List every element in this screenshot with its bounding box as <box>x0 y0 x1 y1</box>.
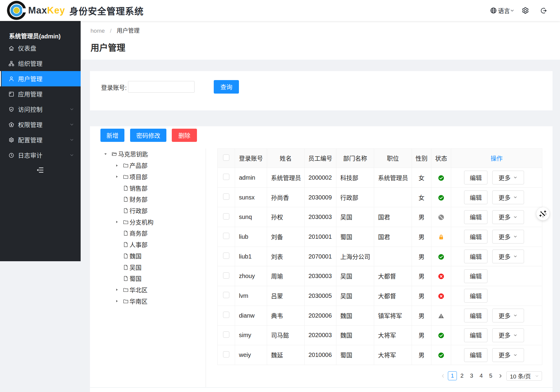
table-row: liub1 刘表 2070001 上海分公司 男 编辑 更多 <box>218 247 542 266</box>
table-row: simy 司马懿 2020003 魏国 大将军 男 编辑 更多 <box>218 325 542 345</box>
tree-caret-icon[interactable] <box>115 254 119 258</box>
row-checkbox[interactable] <box>223 312 229 318</box>
tree-node-label: 华北区 <box>130 286 147 294</box>
tree-caret-icon[interactable] <box>115 186 119 190</box>
tree-caret-icon[interactable] <box>115 277 119 281</box>
row-checkbox[interactable] <box>223 292 229 298</box>
pagination-page[interactable]: 2 <box>457 371 466 380</box>
edit-button[interactable]: 编辑 <box>464 190 487 204</box>
tree-node[interactable]: 产品部 <box>90 160 206 171</box>
status-icon <box>438 273 444 280</box>
pagination-page[interactable]: 5 <box>486 371 495 380</box>
sidebar-item[interactable]: 应用管理 <box>0 86 81 102</box>
tree-node[interactable]: 蜀国 <box>90 273 206 284</box>
language-menu[interactable] <box>490 0 497 21</box>
row-checkbox[interactable] <box>223 331 229 338</box>
page-size-select[interactable]: 10 条/页 <box>506 371 542 381</box>
more-button[interactable]: 更多 <box>492 328 524 342</box>
cell-employee-no: 2000002 <box>305 168 336 188</box>
tree-node-label: 产品部 <box>130 161 147 170</box>
sidebar-item[interactable]: 用户管理 <box>0 71 81 86</box>
edit-button[interactable]: 编辑 <box>464 289 487 303</box>
pagination-page[interactable]: 1 <box>448 371 457 380</box>
sidebar-item-icon <box>8 106 14 112</box>
edit-button[interactable]: 编辑 <box>464 210 487 224</box>
tree-caret-icon[interactable] <box>104 152 107 156</box>
tree-node[interactable]: 马克思钥匙 <box>90 148 206 160</box>
tree-caret-icon[interactable] <box>115 265 119 269</box>
select-all-checkbox[interactable] <box>223 154 229 161</box>
more-button[interactable]: 更多 <box>492 309 524 322</box>
edit-button[interactable]: 编辑 <box>464 250 487 263</box>
search-button[interactable]: 查询 <box>214 80 239 94</box>
edit-button[interactable]: 编辑 <box>464 309 487 322</box>
tree-node[interactable]: 行政部 <box>90 205 206 217</box>
tree-caret-icon[interactable] <box>115 243 119 247</box>
tree-caret-icon[interactable] <box>115 288 119 292</box>
edit-button[interactable]: 编辑 <box>464 348 487 362</box>
edit-button[interactable]: 编辑 <box>464 269 487 283</box>
sidebar-item[interactable]: 组织管理 <box>0 56 81 71</box>
tree-caret-icon[interactable] <box>115 197 119 202</box>
row-checkbox[interactable] <box>223 351 229 358</box>
pagination-page[interactable]: 3 <box>467 371 476 380</box>
more-button[interactable]: 更多 <box>492 250 524 263</box>
select-chevron-down-icon <box>535 374 539 378</box>
row-checkbox[interactable] <box>223 213 229 220</box>
tree-node[interactable]: 华南区 <box>90 295 206 307</box>
table-row: admin 系统管理员 2000002 科技部 系统管理员 女 编辑 更多 <box>218 168 542 188</box>
tree-node[interactable]: 华北区 <box>90 284 206 296</box>
settings-button[interactable] <box>521 0 529 21</box>
tree-caret-icon[interactable] <box>115 299 119 303</box>
more-button[interactable]: 更多 <box>492 348 524 362</box>
tree-caret-icon[interactable] <box>115 208 119 213</box>
more-button[interactable]: 更多 <box>492 230 524 244</box>
breadcrumb-home[interactable]: home <box>91 28 105 34</box>
search-account-input[interactable] <box>128 81 195 93</box>
cell-status <box>431 266 451 286</box>
tree-node[interactable]: 魏国 <box>90 250 206 262</box>
row-checkbox[interactable] <box>223 193 229 200</box>
edit-button[interactable]: 编辑 <box>464 171 487 184</box>
cell-account: sunq <box>235 207 267 227</box>
tree-node[interactable]: 商务部 <box>90 228 206 239</box>
wand-tool-button[interactable] <box>536 207 550 220</box>
tree-node[interactable]: 销售部 <box>90 182 206 194</box>
language-label[interactable]: 语言 <box>498 0 510 21</box>
sidebar-item[interactable]: 仪表盘 <box>0 40 81 56</box>
cell-department: 吴国 <box>336 266 374 286</box>
delete-button[interactable]: 删除 <box>172 129 197 142</box>
pagination-page[interactable]: 4 <box>477 371 486 380</box>
more-button[interactable]: 更多 <box>492 210 524 224</box>
tree-caret-icon[interactable] <box>115 231 119 235</box>
row-checkbox[interactable] <box>223 233 229 239</box>
tree-node-icon <box>123 253 129 259</box>
change-password-button[interactable]: 密码修改 <box>130 129 166 142</box>
tree-caret-icon[interactable] <box>115 163 119 168</box>
row-checkbox[interactable] <box>223 253 229 259</box>
pagination-prev-button[interactable] <box>439 371 446 381</box>
edit-button[interactable]: 编辑 <box>464 328 487 342</box>
more-button[interactable]: 更多 <box>492 171 524 184</box>
tree-node[interactable]: 财务部 <box>90 194 206 205</box>
tree-node[interactable]: 吴国 <box>90 262 206 273</box>
tree-node[interactable]: 分支机构 <box>90 216 206 228</box>
pagination-next-button[interactable] <box>497 371 504 381</box>
menu-fold-button[interactable] <box>36 166 44 174</box>
row-checkbox[interactable] <box>223 174 229 180</box>
next-card-sliver <box>90 388 553 392</box>
sidebar-item[interactable]: 访问控制 <box>0 102 81 117</box>
tree-caret-icon[interactable] <box>115 175 119 179</box>
logout-button[interactable] <box>540 0 547 21</box>
tree-caret-icon[interactable] <box>115 220 119 224</box>
tree-node[interactable]: 人事部 <box>90 239 206 250</box>
more-button[interactable]: 更多 <box>492 190 524 204</box>
sidebar-item[interactable]: 权限管理 <box>0 117 81 132</box>
add-button[interactable]: 新增 <box>100 129 124 142</box>
row-checkbox[interactable] <box>223 272 229 279</box>
cell-position: 国君 <box>374 207 412 227</box>
tree-node[interactable]: 项目部 <box>90 171 206 182</box>
sidebar-item[interactable]: 配置管理 <box>0 132 81 148</box>
sidebar-item[interactable]: 日志审计 <box>0 148 81 163</box>
edit-button[interactable]: 编辑 <box>464 230 487 244</box>
